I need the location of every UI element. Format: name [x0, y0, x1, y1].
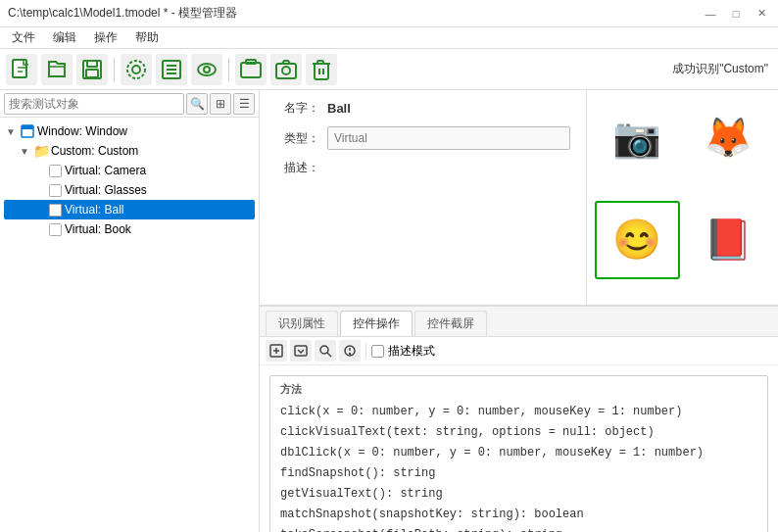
tab-screenshot[interactable]: 控件截屏	[414, 311, 487, 336]
tree-item-book[interactable]: Virtual: Book	[4, 219, 255, 239]
describe-mode-toggle[interactable]: 描述模式	[371, 343, 435, 360]
svg-rect-12	[241, 63, 261, 77]
tree-item-custom[interactable]: ▼ 📁 Custom: Custom	[4, 141, 255, 161]
thumbnail-camera-icon: 📷	[612, 115, 661, 161]
search-button[interactable]: 🔍	[186, 93, 208, 115]
svg-point-5	[127, 61, 145, 78]
svg-rect-2	[87, 61, 97, 67]
type-row: 类型：	[275, 126, 570, 150]
tree-item-glasses[interactable]: Virtual: Glasses	[4, 180, 255, 200]
tabs-bar: 识别属性 控件操作 控件截屏	[260, 307, 778, 337]
left-panel: 🔍 ⊞ ☰ ▼ Window: Window ▼ 📁 Custom: Custo…	[0, 90, 260, 532]
svg-rect-3	[86, 70, 98, 77]
type-input[interactable]	[327, 126, 570, 150]
thumbnail-face-icon: 😊	[612, 217, 661, 263]
method-line-6: takeScreenshot(filePath: string): string	[280, 526, 757, 532]
method-line-0: click(x = 0: number, y = 0: number, mous…	[280, 403, 757, 420]
tabs-section: 识别属性 控件操作 控件截屏	[260, 306, 778, 532]
tab-controls[interactable]: 控件操作	[340, 311, 413, 336]
menu-edit[interactable]: 编辑	[45, 27, 84, 48]
menu-help[interactable]: 帮助	[127, 27, 167, 48]
right-top: 名字： Ball 类型： 描述： 📷 🦊	[260, 90, 778, 306]
svg-rect-27	[295, 346, 307, 356]
describe-mode-checkbox[interactable]	[371, 345, 384, 358]
window-controls: — □ ✕	[702, 5, 770, 23]
view-button[interactable]	[191, 54, 222, 85]
tab-tool-btn-2[interactable]	[290, 340, 312, 362]
thumbnail-camera[interactable]: 📷	[595, 98, 680, 176]
tab-tool-btn-1[interactable]	[266, 340, 287, 362]
svg-point-32	[350, 354, 351, 355]
item-icon-ball	[47, 202, 63, 218]
tab-tool-btn-3[interactable]	[315, 340, 336, 362]
list-view-button[interactable]: ☰	[233, 93, 255, 115]
menubar: 文件 编辑 操作 帮助	[0, 27, 778, 49]
svg-point-10	[198, 64, 216, 75]
svg-line-29	[327, 353, 331, 357]
menu-file[interactable]: 文件	[4, 27, 43, 48]
right-panel: 名字： Ball 类型： 描述： 📷 🦊	[260, 90, 778, 532]
tab-identify[interactable]: 识别属性	[266, 311, 338, 336]
desc-label: 描述：	[275, 160, 319, 176]
list-button[interactable]	[156, 54, 187, 85]
maximize-button[interactable]: □	[727, 5, 745, 23]
search-input[interactable]	[4, 93, 184, 115]
tree-toggle-custom[interactable]: ▼	[20, 146, 31, 157]
thumbnail-face[interactable]: 😊	[595, 201, 680, 279]
tab-tool-btn-4[interactable]	[339, 340, 361, 362]
save-button[interactable]	[76, 54, 108, 85]
toolbar: 成功识别"Custom"	[0, 49, 778, 90]
grid-view-button[interactable]: ⊞	[210, 93, 231, 115]
toolbar-separator-2	[228, 58, 229, 81]
properties-area: 名字： Ball 类型： 描述：	[260, 90, 587, 306]
tree-toggle-window[interactable]: ▼	[6, 126, 18, 137]
identify-button[interactable]	[121, 54, 152, 85]
method-line-1: clickVisualText(text: string, options = …	[280, 423, 757, 441]
menu-operation[interactable]: 操作	[86, 27, 125, 48]
method-line-5: matchSnapshot(snapshotKey: string): bool…	[280, 506, 757, 523]
tree-item-ball[interactable]: Virtual: Ball	[4, 200, 255, 219]
svg-point-4	[132, 66, 140, 73]
open-button[interactable]	[41, 54, 73, 85]
name-row: 名字： Ball	[275, 100, 570, 117]
search-bar: 🔍 ⊞ ☰	[0, 90, 259, 118]
tree-label-ball: Virtual: Ball	[65, 203, 123, 217]
svg-point-11	[204, 67, 210, 73]
svg-rect-19	[22, 125, 33, 129]
main-content: 🔍 ⊞ ☰ ▼ Window: Window ▼ 📁 Custom: Custo…	[0, 90, 778, 532]
window-icon	[20, 123, 35, 139]
minimize-button[interactable]: —	[702, 5, 719, 23]
method-line-3: findSnapshot(): string	[280, 464, 757, 482]
new-button[interactable]	[6, 54, 37, 85]
svg-rect-21	[49, 184, 61, 196]
tree-item-camera[interactable]: Virtual: Camera	[4, 161, 255, 180]
svg-rect-20	[49, 165, 61, 176]
methods-title: 方法	[280, 382, 757, 397]
thumbnails-area: 📷 🦊 😊 📕	[587, 90, 778, 306]
camera-button[interactable]	[270, 54, 302, 85]
toolbar-status: 成功识别"Custom"	[672, 61, 772, 77]
svg-point-15	[282, 67, 290, 74]
screenshot-button[interactable]	[235, 54, 267, 85]
item-icon-book	[47, 221, 63, 237]
svg-point-28	[320, 346, 328, 354]
tab-content[interactable]: 方法 click(x = 0: number, y = 0: number, m…	[260, 365, 778, 532]
close-button[interactable]: ✕	[753, 5, 770, 23]
object-tree: ▼ Window: Window ▼ 📁 Custom: Custom Virt…	[0, 118, 259, 532]
tab-tool-separator	[365, 343, 366, 359]
svg-rect-22	[49, 204, 61, 216]
toolbar-separator-1	[114, 58, 115, 81]
tab-toolbar: 描述模式	[260, 337, 778, 365]
describe-mode-label: 描述模式	[388, 343, 435, 360]
svg-rect-23	[49, 223, 61, 235]
tree-label-window: Window: Window	[37, 124, 127, 138]
tree-label-custom: Custom: Custom	[51, 144, 138, 158]
tree-item-window[interactable]: ▼ Window: Window	[4, 121, 255, 141]
desc-row: 描述：	[275, 160, 570, 176]
name-value: Ball	[327, 101, 351, 116]
tree-label-book: Virtual: Book	[65, 222, 131, 236]
thumbnail-book[interactable]: 📕	[686, 201, 771, 279]
delete-button[interactable]	[306, 54, 337, 85]
svg-rect-0	[13, 60, 26, 77]
thumbnail-person[interactable]: 🦊	[686, 98, 771, 176]
